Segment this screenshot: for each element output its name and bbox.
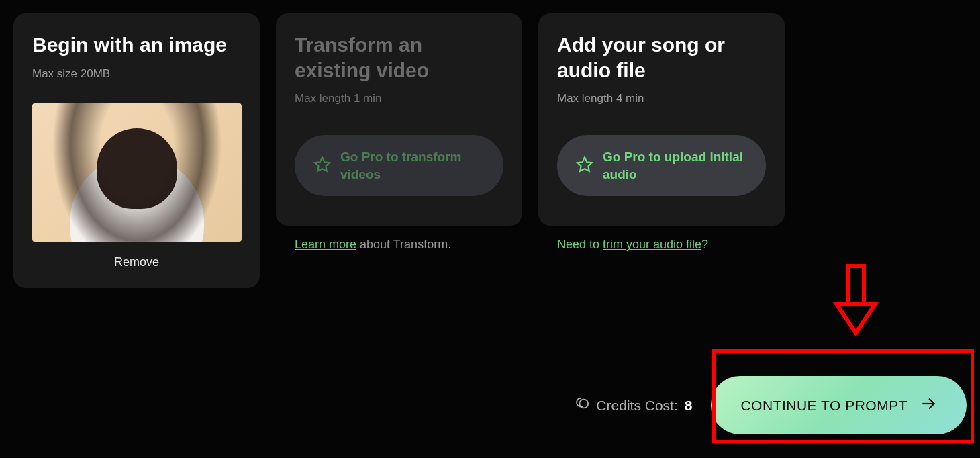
credits-value: 8: [685, 398, 693, 414]
annotation-arrow-icon: [832, 263, 879, 340]
card-subtitle: Max length 1 min: [295, 92, 503, 105]
svg-point-2: [580, 400, 589, 408]
uploaded-image-thumbnail[interactable]: [32, 103, 242, 242]
helper-pre: Need to: [557, 238, 603, 251]
credits-label: Credits Cost:: [596, 398, 677, 414]
card-title: Transform an existing video: [295, 32, 503, 83]
card-subtitle: Max size 20MB: [32, 67, 241, 81]
svg-rect-4: [848, 266, 864, 304]
star-icon: [576, 156, 593, 176]
go-pro-label: Go Pro to transform videos: [340, 148, 485, 183]
card-transform-video: Transform an existing video Max length 1…: [276, 13, 522, 226]
audio-helper-text: Need to trim your audio file?: [538, 238, 785, 252]
card-title: Begin with an image: [32, 32, 241, 58]
credits-icon: [575, 396, 589, 414]
card-row: Begin with an image Max size 20MB Remove…: [0, 0, 980, 302]
trim-audio-link[interactable]: trim your audio file: [603, 238, 701, 251]
annotation-highlight-box: [712, 349, 974, 443]
transform-helper-text: Learn more about Transform.: [276, 238, 522, 252]
go-pro-audio-button[interactable]: Go Pro to upload initial audio: [557, 135, 766, 196]
svg-marker-0: [315, 157, 330, 171]
go-pro-transform-button[interactable]: Go Pro to transform videos: [295, 135, 503, 196]
learn-more-link[interactable]: Learn more: [295, 238, 356, 251]
helper-post: ?: [701, 238, 708, 251]
go-pro-label: Go Pro to upload initial audio: [603, 148, 747, 183]
card-add-audio: Add your song or audio file Max length 4…: [538, 13, 785, 226]
card-begin-image: Begin with an image Max size 20MB Remove: [13, 13, 260, 288]
credits-cost: Credits Cost: 8: [575, 396, 692, 414]
card-subtitle: Max length 4 min: [557, 92, 766, 105]
remove-image-link[interactable]: Remove: [114, 255, 159, 269]
svg-marker-1: [577, 157, 592, 171]
card-title: Add your song or audio file: [557, 32, 766, 83]
star-icon: [313, 156, 331, 176]
svg-marker-5: [836, 304, 875, 333]
helper-rest: about Transform.: [356, 238, 451, 251]
